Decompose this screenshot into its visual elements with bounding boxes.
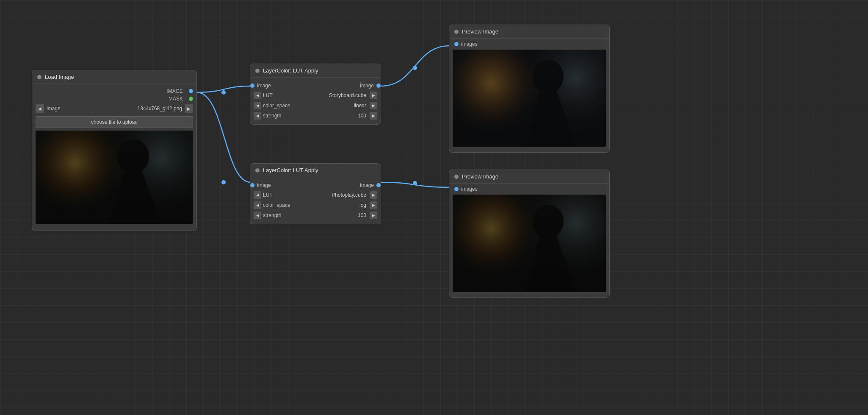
preview2-title: Preview Image bbox=[462, 173, 498, 180]
lut1-lut-left-arrow[interactable]: ◀ bbox=[254, 92, 261, 99]
lut2-strength-left-arrow[interactable]: ◀ bbox=[254, 212, 261, 219]
load-image-title: Load Image bbox=[45, 74, 74, 80]
image-left-arrow[interactable]: ◀ bbox=[36, 104, 44, 113]
preview1-status-dot bbox=[454, 30, 459, 34]
image-output-dot bbox=[189, 89, 193, 93]
load-image-header: Load Image bbox=[32, 70, 196, 84]
load-image-status-dot bbox=[37, 75, 41, 79]
preview1-images-label: images bbox=[461, 41, 478, 47]
lut1-strength-param: ◀ strength 100 ▶ bbox=[250, 111, 381, 121]
lut2-input-port: image bbox=[250, 182, 271, 188]
mid-dot-2 bbox=[221, 180, 226, 184]
preview1-header: Preview Image bbox=[449, 25, 609, 39]
lut1-output-port: image bbox=[360, 83, 381, 89]
lut2-strength-label: strength bbox=[263, 212, 293, 218]
preview1-canvas bbox=[453, 50, 606, 147]
lut2-port-row: image image bbox=[250, 181, 381, 190]
preview2-images-port: images bbox=[449, 185, 609, 193]
lut1-lut-label: LUT bbox=[263, 92, 293, 98]
lut1-colorspace-left-arrow[interactable]: ◀ bbox=[254, 102, 261, 109]
lut2-input-dot bbox=[250, 183, 254, 187]
preview1-images-dot bbox=[454, 42, 459, 46]
lut1-colorspace-param: ◀ color_space linear ▶ bbox=[250, 100, 381, 111]
image-filename: 1344x768_girl2.png bbox=[63, 106, 182, 111]
lut2-strength-param: ◀ strength 100 ▶ bbox=[250, 210, 381, 220]
lut2-colorspace-left-arrow[interactable]: ◀ bbox=[254, 201, 261, 209]
lut1-port-row: image image bbox=[250, 81, 381, 90]
preview2-images-dot bbox=[454, 187, 459, 191]
load-image-body: IMAGE MASK ◀ image 1344x768_girl2.png ▶ … bbox=[32, 84, 196, 231]
image-output-port: IMAGE bbox=[32, 87, 196, 95]
mask-output-port: MASK bbox=[32, 95, 196, 103]
lut1-input-dot bbox=[250, 84, 254, 88]
mask-output-label: MASK bbox=[169, 96, 183, 102]
lut2-colorspace-right-arrow[interactable]: ▶ bbox=[370, 201, 377, 209]
mask-output-dot bbox=[189, 97, 193, 101]
preview2-images-label: images bbox=[461, 186, 478, 192]
load-image-node: Load Image IMAGE MASK ◀ image 1344x768_g… bbox=[32, 70, 197, 231]
lut2-output-port: image bbox=[360, 182, 381, 188]
lut1-colorspace-label: color_space bbox=[263, 103, 293, 109]
mid-dot-1 bbox=[221, 90, 226, 95]
lut2-colorspace-param: ◀ color_space log ▶ bbox=[250, 200, 381, 210]
lut2-output-dot bbox=[376, 183, 381, 187]
lut1-strength-value: 100 bbox=[294, 113, 368, 119]
lut1-input-port: image bbox=[250, 83, 271, 89]
image-param-row: ◀ image 1344x768_girl2.png ▶ bbox=[32, 103, 196, 114]
lut1-strength-label: strength bbox=[263, 113, 293, 119]
preview2-body: images bbox=[449, 184, 609, 297]
lut2-colorspace-label: color_space bbox=[263, 202, 293, 208]
lut2-lut-right-arrow[interactable]: ▶ bbox=[370, 191, 377, 199]
lut2-lut-param: ◀ LUT Photoplay.cube ▶ bbox=[250, 190, 381, 200]
upload-button[interactable]: choose file to upload bbox=[36, 116, 193, 128]
lut1-strength-left-arrow[interactable]: ◀ bbox=[254, 112, 261, 120]
lut1-output-label: image bbox=[360, 83, 374, 89]
lut2-status-dot bbox=[255, 168, 260, 173]
lut2-header: LayerColor: LUT Apply bbox=[250, 164, 381, 177]
image-param-label: image bbox=[47, 106, 61, 111]
preview1-body: images bbox=[449, 39, 609, 152]
mid-dot-4 bbox=[413, 181, 417, 185]
mid-dot-3 bbox=[413, 66, 417, 70]
lut2-title: LayerColor: LUT Apply bbox=[263, 167, 318, 173]
lut1-body: image image ◀ LUT Storyboard.cube ▶ ◀ co… bbox=[250, 78, 381, 124]
lut1-output-dot bbox=[376, 84, 381, 88]
preview-node-1: Preview Image images bbox=[449, 25, 610, 153]
connection-load-to-lut1 bbox=[197, 86, 251, 92]
lut1-colorspace-right-arrow[interactable]: ▶ bbox=[370, 102, 377, 109]
lut2-lut-left-arrow[interactable]: ◀ bbox=[254, 191, 261, 199]
lut-node-2: LayerColor: LUT Apply image image ◀ LUT … bbox=[250, 163, 381, 224]
connection-load-to-lut2 bbox=[197, 92, 251, 182]
image-output-label: IMAGE bbox=[166, 88, 183, 94]
lut2-output-label: image bbox=[360, 182, 374, 188]
lut1-colorspace-value: linear bbox=[294, 103, 368, 109]
lut2-strength-value: 100 bbox=[294, 212, 368, 218]
preview1-images-port: images bbox=[449, 40, 609, 48]
lut1-title: LayerColor: LUT Apply bbox=[263, 67, 318, 74]
preview-node-2: Preview Image images bbox=[449, 170, 610, 298]
preview2-status-dot bbox=[454, 175, 459, 179]
lut1-header: LayerColor: LUT Apply bbox=[250, 64, 381, 78]
lut1-lut-value: Storyboard.cube bbox=[294, 92, 368, 98]
lut1-lut-right-arrow[interactable]: ▶ bbox=[370, 92, 377, 99]
lut2-strength-right-arrow[interactable]: ▶ bbox=[370, 212, 377, 219]
lut1-lut-param: ◀ LUT Storyboard.cube ▶ bbox=[250, 90, 381, 100]
preview2-header: Preview Image bbox=[449, 170, 609, 184]
lut2-colorspace-value: log bbox=[294, 202, 368, 208]
lut2-body: image image ◀ LUT Photoplay.cube ▶ ◀ col… bbox=[250, 177, 381, 224]
lut2-lut-value: Photoplay.cube bbox=[294, 192, 368, 198]
load-image-preview bbox=[36, 131, 193, 224]
lut1-input-label: image bbox=[257, 83, 271, 89]
preview2-image bbox=[453, 195, 606, 292]
lut1-status-dot bbox=[255, 69, 260, 73]
lut2-input-label: image bbox=[257, 182, 271, 188]
image-right-arrow[interactable]: ▶ bbox=[185, 104, 193, 113]
preview1-image bbox=[453, 50, 606, 147]
lut1-strength-right-arrow[interactable]: ▶ bbox=[370, 112, 377, 120]
lut-node-1: LayerColor: LUT Apply image image ◀ LUT … bbox=[250, 64, 381, 125]
connection-lut2-to-preview2 bbox=[381, 182, 450, 187]
connection-lut1-to-preview1 bbox=[381, 46, 450, 86]
preview1-title: Preview Image bbox=[462, 28, 498, 35]
lut2-lut-label: LUT bbox=[263, 192, 293, 198]
load-image-canvas bbox=[36, 131, 193, 224]
